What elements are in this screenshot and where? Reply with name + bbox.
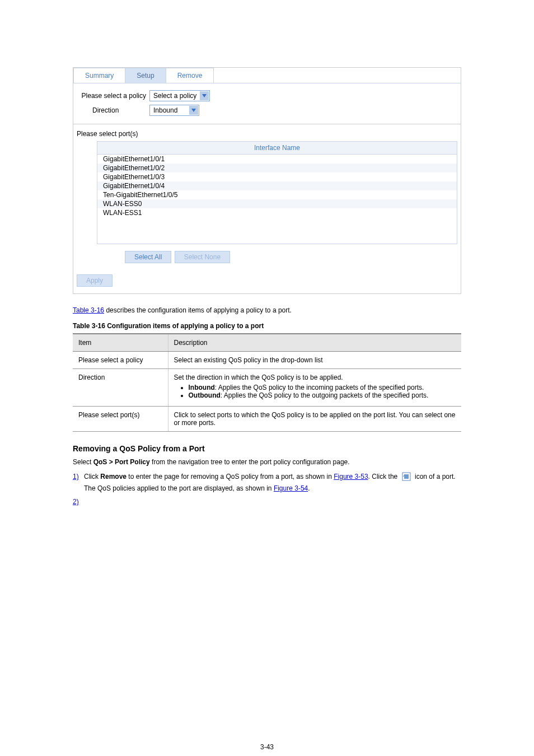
page-number: 3-43 [0,743,534,751]
list-item[interactable]: GigabitEthernet1/0/1 [97,155,457,164]
list-item[interactable]: GigabitEthernet1/0/3 [97,172,457,181]
svg-marker-0 [202,94,207,97]
port-section-label: Please select port(s) [77,130,457,138]
apply-button[interactable]: Apply [77,274,113,287]
direction-select[interactable]: Inbound [149,105,199,116]
port-section: Please select port(s) Interface Name Gig… [73,124,461,269]
figure-link[interactable]: Figure 3-54 [274,484,308,492]
policy-label: Please select a policy [77,92,149,100]
policy-select[interactable]: Select a policy [149,90,210,101]
config-table: Item Description Please select a policy … [73,333,461,432]
tab-bar: Summary Setup Remove [73,68,461,83]
figure-link[interactable]: Figure 3-53 [334,473,368,480]
table-row: Direction Set the direction in which the… [73,369,461,407]
tab-remove[interactable]: Remove [166,68,214,83]
form-area: Please select a policy Select a policy D… [73,83,461,124]
procedure: Select QoS > Port Policy from the naviga… [73,456,461,508]
list-item[interactable]: WLAN-ESS0 [97,199,457,208]
step-number: 1) [73,471,84,483]
direction-select-value: Inbound [150,106,189,114]
select-none-button[interactable]: Select None [175,251,230,263]
chevron-down-icon [189,106,198,115]
body-text: Table 3-16 describes the configuration i… [73,305,461,315]
tab-summary[interactable]: Summary [73,68,125,83]
list-item[interactable]: WLAN-ESS1 [97,208,457,217]
tab-setup[interactable]: Setup [125,68,166,83]
chevron-down-icon [200,91,209,100]
list-item[interactable]: Ten-GigabitEthernet1/0/5 [97,190,457,199]
section-heading: Removing a QoS Policy from a Port [73,444,461,453]
table-row: Please select port(s) Click to select po… [73,407,461,432]
step-number: 2) [73,496,84,508]
table-header: Item [73,334,168,352]
table-link[interactable]: Table 3-16 [73,306,104,314]
port-list[interactable]: GigabitEthernet1/0/1 GigabitEthernet1/0/… [97,155,457,244]
list-item[interactable]: GigabitEthernet1/0/4 [97,181,457,190]
expand-icon [402,472,411,481]
table-row: Please select a policy Select an existin… [73,352,461,369]
policy-select-value: Select a policy [150,92,200,100]
svg-marker-1 [191,109,196,112]
screenshot-region: Summary Setup Remove Please select a pol… [73,67,461,294]
list-item[interactable]: GigabitEthernet1/0/2 [97,164,457,172]
table-caption: Table 3-16 Configuration items of applyi… [73,322,461,330]
port-list-header: Interface Name [97,141,457,155]
select-all-button[interactable]: Select All [125,251,171,263]
direction-label: Direction [77,106,149,114]
table-header: Description [168,334,461,352]
